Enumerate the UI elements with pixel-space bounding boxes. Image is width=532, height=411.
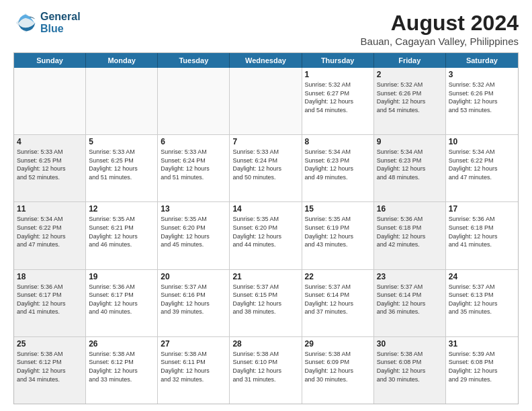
day-number: 20 xyxy=(161,272,226,281)
day-info: Sunrise: 5:32 AM Sunset: 6:26 PM Dayligh… xyxy=(449,81,515,114)
calendar-cell xyxy=(230,68,302,134)
day-info: Sunrise: 5:38 AM Sunset: 6:08 PM Dayligh… xyxy=(377,350,443,383)
calendar-cell: 30Sunrise: 5:38 AM Sunset: 6:08 PM Dayli… xyxy=(374,337,446,404)
logo-text: General Blue xyxy=(40,11,81,34)
calendar-cell: 29Sunrise: 5:38 AM Sunset: 6:09 PM Dayli… xyxy=(302,337,374,404)
calendar-cell: 25Sunrise: 5:38 AM Sunset: 6:12 PM Dayli… xyxy=(14,337,86,404)
day-number: 16 xyxy=(377,204,443,214)
calendar-cell: 13Sunrise: 5:35 AM Sunset: 6:20 PM Dayli… xyxy=(158,202,230,269)
day-number: 10 xyxy=(449,137,515,146)
calendar-cell: 19Sunrise: 5:36 AM Sunset: 6:17 PM Dayli… xyxy=(86,270,158,336)
day-info: Sunrise: 5:37 AM Sunset: 6:14 PM Dayligh… xyxy=(305,283,371,316)
header-tuesday: Tuesday xyxy=(158,53,230,68)
calendar-cell: 12Sunrise: 5:35 AM Sunset: 6:21 PM Dayli… xyxy=(86,202,158,269)
day-number: 9 xyxy=(377,137,443,146)
header-saturday: Saturday xyxy=(446,53,518,68)
day-info: Sunrise: 5:35 AM Sunset: 6:21 PM Dayligh… xyxy=(89,215,154,248)
day-info: Sunrise: 5:34 AM Sunset: 6:23 PM Dayligh… xyxy=(305,148,371,181)
general-blue-logo-icon xyxy=(13,11,38,35)
day-info: Sunrise: 5:38 AM Sunset: 6:11 PM Dayligh… xyxy=(161,350,226,383)
week-5: 25Sunrise: 5:38 AM Sunset: 6:12 PM Dayli… xyxy=(14,336,518,404)
day-info: Sunrise: 5:36 AM Sunset: 6:18 PM Dayligh… xyxy=(449,215,515,248)
day-number: 7 xyxy=(232,137,298,146)
day-info: Sunrise: 5:34 AM Sunset: 6:23 PM Dayligh… xyxy=(377,148,443,181)
calendar-body: 1Sunrise: 5:32 AM Sunset: 6:27 PM Daylig… xyxy=(14,68,518,404)
day-info: Sunrise: 5:37 AM Sunset: 6:13 PM Dayligh… xyxy=(449,283,515,316)
calendar-cell: 1Sunrise: 5:32 AM Sunset: 6:27 PM Daylig… xyxy=(302,68,374,134)
calendar-header: Sunday Monday Tuesday Wednesday Thursday… xyxy=(14,53,518,68)
day-info: Sunrise: 5:39 AM Sunset: 6:08 PM Dayligh… xyxy=(449,350,515,383)
calendar-cell: 5Sunrise: 5:33 AM Sunset: 6:25 PM Daylig… xyxy=(86,135,158,201)
calendar-cell: 24Sunrise: 5:37 AM Sunset: 6:13 PM Dayli… xyxy=(446,270,518,336)
calendar-cell xyxy=(86,68,158,134)
header: General Blue August 2024 Bauan, Cagayan … xyxy=(13,11,519,47)
header-thursday: Thursday xyxy=(302,53,374,68)
calendar-cell: 2Sunrise: 5:32 AM Sunset: 6:26 PM Daylig… xyxy=(374,68,446,134)
calendar-cell: 22Sunrise: 5:37 AM Sunset: 6:14 PM Dayli… xyxy=(302,270,374,336)
day-number: 23 xyxy=(377,272,443,281)
day-number: 14 xyxy=(232,204,298,214)
calendar-cell: 27Sunrise: 5:38 AM Sunset: 6:11 PM Dayli… xyxy=(158,337,230,404)
day-info: Sunrise: 5:36 AM Sunset: 6:17 PM Dayligh… xyxy=(89,283,154,316)
calendar: Sunday Monday Tuesday Wednesday Thursday… xyxy=(13,52,519,404)
logo-area: General Blue xyxy=(13,11,81,35)
day-info: Sunrise: 5:33 AM Sunset: 6:25 PM Dayligh… xyxy=(17,148,83,181)
week-4: 18Sunrise: 5:36 AM Sunset: 6:17 PM Dayli… xyxy=(14,269,518,336)
day-info: Sunrise: 5:32 AM Sunset: 6:27 PM Dayligh… xyxy=(305,81,371,114)
week-1: 1Sunrise: 5:32 AM Sunset: 6:27 PM Daylig… xyxy=(14,68,518,134)
calendar-cell: 3Sunrise: 5:32 AM Sunset: 6:26 PM Daylig… xyxy=(446,68,518,134)
day-info: Sunrise: 5:38 AM Sunset: 6:12 PM Dayligh… xyxy=(17,350,83,383)
calendar-cell: 6Sunrise: 5:33 AM Sunset: 6:24 PM Daylig… xyxy=(158,135,230,201)
week-2: 4Sunrise: 5:33 AM Sunset: 6:25 PM Daylig… xyxy=(14,134,518,201)
day-number: 3 xyxy=(449,70,515,79)
day-number: 13 xyxy=(161,204,226,214)
day-number: 27 xyxy=(161,339,226,349)
day-info: Sunrise: 5:37 AM Sunset: 6:15 PM Dayligh… xyxy=(232,283,298,316)
subtitle: Bauan, Cagayan Valley, Philippines xyxy=(361,36,519,47)
title-area: August 2024 Bauan, Cagayan Valley, Phili… xyxy=(361,11,519,47)
day-info: Sunrise: 5:34 AM Sunset: 6:22 PM Dayligh… xyxy=(449,148,515,181)
day-number: 30 xyxy=(377,339,443,349)
day-info: Sunrise: 5:35 AM Sunset: 6:19 PM Dayligh… xyxy=(305,215,371,248)
day-info: Sunrise: 5:35 AM Sunset: 6:20 PM Dayligh… xyxy=(161,215,226,248)
calendar-cell xyxy=(14,68,86,134)
calendar-cell: 9Sunrise: 5:34 AM Sunset: 6:23 PM Daylig… xyxy=(374,135,446,201)
header-friday: Friday xyxy=(374,53,446,68)
calendar-cell: 18Sunrise: 5:36 AM Sunset: 6:17 PM Dayli… xyxy=(14,270,86,336)
header-sunday: Sunday xyxy=(14,53,86,68)
day-number: 8 xyxy=(305,137,371,146)
day-number: 18 xyxy=(17,272,83,281)
day-info: Sunrise: 5:32 AM Sunset: 6:26 PM Dayligh… xyxy=(377,81,443,114)
day-number: 19 xyxy=(89,272,154,281)
day-number: 22 xyxy=(305,272,371,281)
day-info: Sunrise: 5:36 AM Sunset: 6:18 PM Dayligh… xyxy=(377,215,443,248)
day-info: Sunrise: 5:33 AM Sunset: 6:25 PM Dayligh… xyxy=(89,148,154,181)
calendar-cell: 10Sunrise: 5:34 AM Sunset: 6:22 PM Dayli… xyxy=(446,135,518,201)
calendar-cell: 20Sunrise: 5:37 AM Sunset: 6:16 PM Dayli… xyxy=(158,270,230,336)
day-number: 21 xyxy=(232,272,298,281)
calendar-cell: 16Sunrise: 5:36 AM Sunset: 6:18 PM Dayli… xyxy=(374,202,446,269)
day-info: Sunrise: 5:37 AM Sunset: 6:16 PM Dayligh… xyxy=(161,283,226,316)
day-info: Sunrise: 5:35 AM Sunset: 6:20 PM Dayligh… xyxy=(232,215,298,248)
day-number: 6 xyxy=(161,137,226,146)
day-info: Sunrise: 5:34 AM Sunset: 6:22 PM Dayligh… xyxy=(17,215,83,248)
day-number: 26 xyxy=(89,339,154,349)
calendar-cell: 8Sunrise: 5:34 AM Sunset: 6:23 PM Daylig… xyxy=(302,135,374,201)
calendar-cell: 14Sunrise: 5:35 AM Sunset: 6:20 PM Dayli… xyxy=(230,202,302,269)
day-number: 5 xyxy=(89,137,154,146)
day-number: 25 xyxy=(17,339,83,349)
day-info: Sunrise: 5:37 AM Sunset: 6:14 PM Dayligh… xyxy=(377,283,443,316)
day-number: 31 xyxy=(449,339,515,349)
calendar-cell: 7Sunrise: 5:33 AM Sunset: 6:24 PM Daylig… xyxy=(230,135,302,201)
day-info: Sunrise: 5:33 AM Sunset: 6:24 PM Dayligh… xyxy=(232,148,298,181)
day-number: 29 xyxy=(305,339,371,349)
day-number: 4 xyxy=(17,137,83,146)
calendar-cell: 17Sunrise: 5:36 AM Sunset: 6:18 PM Dayli… xyxy=(446,202,518,269)
header-monday: Monday xyxy=(86,53,158,68)
day-number: 17 xyxy=(449,204,515,214)
calendar-cell: 11Sunrise: 5:34 AM Sunset: 6:22 PM Dayli… xyxy=(14,202,86,269)
week-3: 11Sunrise: 5:34 AM Sunset: 6:22 PM Dayli… xyxy=(14,201,518,269)
calendar-cell: 23Sunrise: 5:37 AM Sunset: 6:14 PM Dayli… xyxy=(374,270,446,336)
day-info: Sunrise: 5:33 AM Sunset: 6:24 PM Dayligh… xyxy=(161,148,226,181)
day-number: 12 xyxy=(89,204,154,214)
